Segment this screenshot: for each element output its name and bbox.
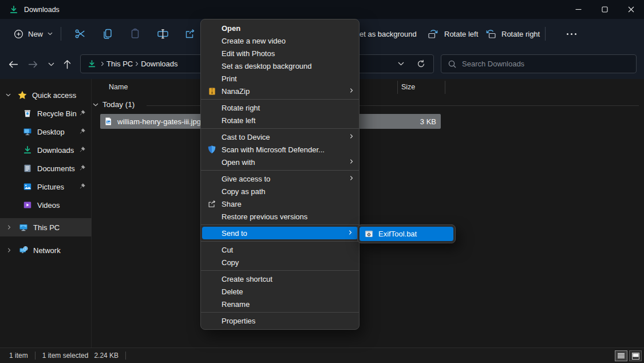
menu-item-copy[interactable]: Copy [201,256,359,269]
sidebar-item-this-pc[interactable]: This PC [0,218,92,236]
column-divider[interactable] [397,81,398,94]
back-button[interactable] [5,56,22,73]
rename-button[interactable] [150,23,175,44]
window-controls [565,0,644,19]
menu-item-give-access-to[interactable]: Give access to [201,172,359,185]
sidebar-item-label: Recycle Bin [37,109,77,118]
column-divider[interactable] [445,81,445,94]
search-input[interactable] [462,60,629,68]
pin-icon [78,164,86,172]
sidebar-item-recycle-bin[interactable]: Recycle Bin [0,104,92,123]
window-title: Downloads [24,6,60,14]
paste-icon [129,28,141,40]
cut-button[interactable] [68,23,93,44]
menu-item-create-new-video[interactable]: Create a new video [201,34,359,47]
submenu-item-exiftool[interactable]: ExifTool.bat [359,227,453,241]
menu-item-cast-to-device[interactable]: Cast to Device [201,131,359,143]
sidebar-item-pictures[interactable]: Pictures [0,177,92,196]
sidebar-item-desktop[interactable]: Desktop [0,123,92,141]
bat-file-icon [365,230,373,238]
menu-separator [201,270,359,271]
toolbar-divider [61,27,61,41]
submenu-arrow-icon [350,88,353,93]
up-button[interactable] [58,56,76,73]
submenu-arrow-icon [350,159,353,164]
menu-item-cut[interactable]: Cut [201,243,359,256]
refresh-icon[interactable] [417,60,425,68]
chevron-down-icon[interactable] [5,93,11,97]
menu-separator [201,241,359,242]
menu-separator [201,312,359,313]
pin-icon [78,146,86,153]
file-name: william-henry-gates-iii.jpg [117,117,201,126]
chevron-down-icon [48,32,53,35]
pin-icon [78,128,86,135]
address-dropdown-icon[interactable] [398,62,404,66]
new-button[interactable]: New [8,25,58,43]
menu-item-send-to[interactable]: Send to [202,227,358,239]
nanazip-icon [207,86,217,96]
sidebar-item-label: This PC [33,223,60,232]
rotate-left-button[interactable]: Rotate left [427,25,478,43]
forward-button[interactable] [24,56,41,73]
sidebar-item-videos[interactable]: Videos [0,196,92,214]
menu-item-delete[interactable]: Delete [201,285,359,298]
set-as-background-button[interactable]: et as background [359,25,417,43]
menu-item-create-shortcut[interactable]: Create shortcut [201,273,359,285]
sidebar-item-documents[interactable]: Documents [0,159,92,177]
menu-item-copy-as-path[interactable]: Copy as path [201,185,359,198]
copy-button[interactable] [95,23,120,44]
group-header-today[interactable]: Today (1) [93,100,135,109]
minimize-button[interactable] [565,0,591,19]
menu-item-share[interactable]: Share [201,198,359,210]
forward-icon [28,61,38,68]
breadcrumb-downloads[interactable]: Downloads [139,60,180,68]
recent-locations-button[interactable] [42,56,60,73]
close-button[interactable] [618,0,644,19]
menu-item-rotate-left[interactable]: Rotate left [201,114,359,127]
star-icon [18,90,27,100]
status-bar: 1 item 1 item selected 2.24 KB [0,348,644,363]
details-view-button[interactable] [615,350,627,361]
rotate-left-icon [427,28,440,40]
sidebar-item-downloads[interactable]: Downloads [0,141,92,159]
menu-item-set-as-desktop-background[interactable]: Set as desktop background [201,60,359,72]
chevron-right-icon[interactable] [6,247,13,253]
file-size: 3 KB [420,117,436,126]
menu-separator [201,99,359,100]
chevron-down-icon[interactable] [93,103,98,106]
network-icon [19,246,28,255]
menu-item-open[interactable]: Open [201,22,359,34]
menu-item-rename[interactable]: Rename [201,298,359,310]
maximize-button[interactable] [591,0,618,19]
menu-item-print[interactable]: Print [201,72,359,85]
pin-icon [78,183,86,190]
chevron-right-icon[interactable] [6,224,13,230]
menu-item-open-with[interactable]: Open with [201,156,359,168]
menu-item-properties[interactable]: Properties [201,314,359,327]
this-pc-icon [19,223,28,232]
share-button[interactable] [177,23,203,44]
column-header-name[interactable]: Name [109,83,128,91]
paste-button[interactable] [123,23,148,44]
rotate-right-button[interactable]: Rotate right [484,25,540,43]
sidebar-item-quick-access[interactable]: Quick access [0,86,92,104]
thumbnail-view-button[interactable] [629,350,642,361]
titlebar: Downloads [0,0,644,19]
menu-item-nanazip[interactable]: NanaZip [201,85,359,97]
search-box[interactable] [441,54,637,73]
menu-item-restore-previous-versions[interactable]: Restore previous versions [201,210,359,223]
menu-item-scan-with-defender[interactable]: Scan with Microsoft Defender... [201,143,359,156]
menu-separator [201,224,359,225]
menu-item-rotate-right[interactable]: Rotate right [201,101,359,114]
back-icon [9,61,18,68]
selected-size: 2.24 KB [94,352,118,360]
column-header-size[interactable]: Size [401,83,415,91]
sidebar-item-label: Network [33,246,61,255]
more-button[interactable] [560,27,583,41]
menu-item-edit-with-photos[interactable]: Edit with Photos [201,47,359,60]
group-label: Today (1) [102,100,135,109]
chevron-down-icon [48,62,54,66]
sidebar-item-network[interactable]: Network [0,241,92,259]
breadcrumb-this-pc[interactable]: This PC [104,60,135,68]
